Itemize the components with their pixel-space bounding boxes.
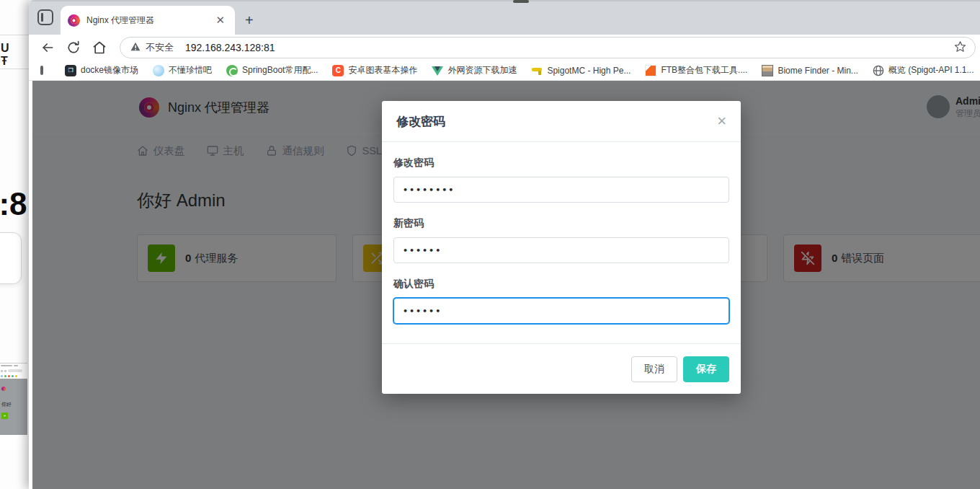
window-edge-artifact (513, 0, 529, 3)
new-password-label: 新密码 (393, 217, 729, 230)
background-popup-box (0, 232, 22, 284)
thumbnail-page-area: 你好 + (0, 379, 27, 435)
background-zoomed-text: 3:8 (0, 186, 29, 224)
cancel-button[interactable]: 取消 (631, 356, 677, 382)
security-label[interactable]: 不安全 (146, 41, 174, 54)
docker-icon: ❒ (65, 65, 76, 76)
browser-toolbar: 不安全 192.168.243.128:81 (29, 35, 980, 61)
close-icon[interactable]: × (717, 113, 726, 129)
favorite-star-icon[interactable] (954, 40, 966, 56)
ftb-icon (645, 65, 656, 76)
divider (0, 35, 29, 35)
new-password-field[interactable] (393, 237, 729, 263)
tab-title: Nginx 代理管理器 (86, 14, 213, 27)
save-button[interactable]: 保存 (683, 356, 729, 382)
csdn-icon: C (332, 65, 344, 76)
background-window: U Ŧ 3:8 你好 + (0, 0, 29, 489)
bookmark-tieba[interactable]: 不懂珍惜吧 (153, 64, 212, 76)
background-page-thumbnail: 你好 + (0, 363, 27, 449)
tab-strip: Nginx 代理管理器 ✕ + (29, 0, 980, 35)
sidebar-icon[interactable] (40, 66, 43, 75)
biome-icon (762, 65, 773, 76)
bookmark-spigotmc[interactable]: SpigotMC - High Pe... (531, 65, 631, 76)
tab-actions-icon[interactable] (37, 9, 53, 25)
tab-close-icon[interactable]: ✕ (213, 14, 228, 27)
new-tab-button[interactable]: + (245, 13, 254, 27)
modal-header: 修改密码 × (382, 101, 741, 142)
bookmark-vue[interactable]: 外网资源下载加速 (432, 64, 517, 76)
back-icon[interactable] (40, 40, 55, 55)
current-password-field[interactable] (393, 177, 729, 203)
screen: U Ŧ 3:8 你好 + Nginx 代理管理器 (0, 0, 980, 489)
spigot-icon (531, 65, 543, 76)
npm-favicon-icon (68, 14, 80, 27)
bookmark-docker[interactable]: ❒docke镜像市场 (65, 64, 138, 76)
confirm-password-label: 确认密码 (393, 278, 729, 291)
reload-icon[interactable] (66, 40, 81, 55)
thumbnail-npm-logo-icon (1, 387, 6, 391)
change-password-modal: 修改密码 × 修改密码 新密码 确认密码 (382, 101, 741, 394)
current-password-label: 修改密码 (393, 157, 729, 169)
thumbnail-proxy-icon: + (1, 413, 8, 419)
modal-title: 修改密码 (396, 113, 717, 130)
address-bar[interactable]: 不安全 192.168.243.128:81 (120, 37, 976, 58)
not-secure-warning-icon (130, 41, 141, 54)
browser-window: Nginx 代理管理器 ✕ + 不安全 192.168.243.128:81 (29, 0, 980, 489)
bookmarks-bar: ❒docke镜像市场 不懂珍惜吧 SpringBoot常用配... C安卓图表基… (29, 61, 980, 81)
bookmark-ftb[interactable]: FTB整合包下载工具.... (645, 64, 747, 76)
bookmark-csdn[interactable]: C安卓图表基本操作 (332, 64, 417, 76)
divider (0, 69, 29, 69)
browser-tab-active[interactable]: Nginx 代理管理器 ✕ (61, 6, 235, 35)
bookmark-biome-finder[interactable]: Biome Finder - Min... (762, 65, 858, 76)
confirm-password-field[interactable] (393, 298, 729, 324)
viewport-left-gutter (29, 81, 32, 489)
thumbnail-greeting: 你好 (1, 401, 26, 408)
bookmark-springboot[interactable]: SpringBoot常用配... (226, 64, 318, 76)
background-text-fragment: U Ŧ (1, 42, 29, 68)
tieba-icon (153, 65, 164, 76)
modal-footer: 取消 保存 (382, 343, 741, 394)
url-text[interactable]: 192.168.243.128:81 (185, 42, 954, 53)
bookmark-spigot-api[interactable]: 概览 (Spigot-API 1.1... (873, 64, 974, 76)
page-viewport: Nginx 代理管理器 Admin 管理员 仪表盘 主机 (29, 81, 980, 489)
home-icon[interactable] (92, 40, 107, 55)
globe-icon (873, 65, 884, 76)
spring-icon (226, 65, 238, 76)
vue-icon (432, 66, 443, 76)
